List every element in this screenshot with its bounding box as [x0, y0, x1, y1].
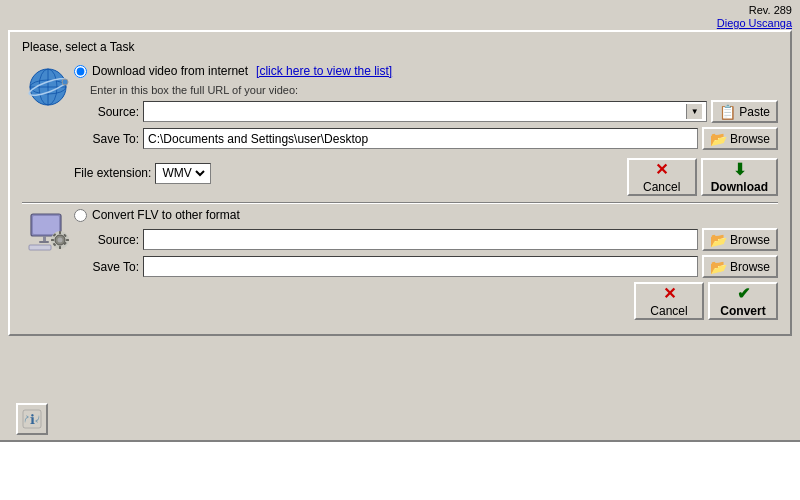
download-button-row: ✕ Cancel ⬇ Download — [623, 158, 778, 196]
browse-button-download[interactable]: 📂 Browse — [702, 127, 778, 150]
convert-check-icon: ✔ — [737, 284, 750, 303]
paste-button[interactable]: 📋 Paste — [711, 100, 778, 123]
svg-rect-8 — [33, 216, 59, 234]
svg-rect-10 — [39, 241, 49, 243]
download-button[interactable]: ⬇ Download — [701, 158, 778, 196]
convert-header: Convert FLV to other format — [74, 208, 778, 222]
svg-text:ℹ: ℹ — [30, 412, 35, 427]
browse-source-button[interactable]: 📂 Browse — [702, 228, 778, 251]
browse-label-download: Browse — [730, 132, 770, 146]
svg-rect-9 — [43, 236, 46, 241]
save-to-label: Save To: — [74, 132, 139, 146]
download-label: Download — [711, 180, 768, 194]
convert-save-label: Save To: — [74, 260, 139, 274]
svg-rect-15 — [59, 231, 61, 234]
bottom-area — [0, 440, 800, 500]
source-dropdown[interactable]: ▼ — [143, 101, 707, 122]
svg-point-6 — [62, 79, 68, 85]
cancel-x-icon-2: ✕ — [663, 284, 676, 303]
download-header: Download video from internet [click here… — [74, 64, 778, 78]
file-ext-dropdown[interactable]: WMV AVI MP4 FLV MOV — [158, 165, 208, 181]
save-to-row: Save To: 📂 Browse — [74, 127, 778, 150]
url-hint: Enter in this box the full URL of your v… — [90, 84, 778, 96]
svg-rect-18 — [66, 239, 69, 241]
cancel-x-icon: ✕ — [655, 160, 668, 179]
convert-section-content: Convert FLV to other format Source: 📂 Br… — [74, 208, 778, 320]
sections-wrapper: Download video from internet [click here… — [18, 64, 782, 320]
paste-label: Paste — [739, 105, 770, 119]
convert-source-row: Source: 📂 Browse — [74, 228, 778, 251]
download-radio[interactable] — [74, 65, 87, 78]
source-row: Source: ▼ 📋 Paste — [74, 100, 778, 123]
svg-point-14 — [58, 238, 63, 243]
file-ext-row: File extension: WMV AVI MP4 FLV MOV — [74, 163, 211, 184]
cancel-button-convert[interactable]: ✕ Cancel — [634, 282, 704, 320]
svg-rect-11 — [29, 245, 51, 250]
svg-rect-17 — [51, 239, 54, 241]
save-to-input[interactable] — [143, 128, 698, 149]
convert-label: Convert — [720, 304, 765, 318]
file-ext-select[interactable]: WMV AVI MP4 FLV MOV — [155, 163, 211, 184]
rev-info: Rev. 289 Diego Uscanga — [717, 4, 792, 30]
cancel-button-download[interactable]: ✕ Cancel — [627, 158, 697, 196]
convert-button-row: ✕ Cancel ✔ Convert — [74, 282, 778, 320]
about-icon-button[interactable]: ℹ — [16, 403, 48, 435]
svg-rect-16 — [59, 246, 61, 249]
file-ext-label: File extension: — [74, 166, 151, 180]
download-section: Download video from internet [click here… — [22, 64, 778, 196]
browse-save-button[interactable]: 📂 Browse — [702, 255, 778, 278]
browse-save-icon: 📂 — [710, 259, 727, 275]
paste-icon: 📋 — [719, 104, 736, 120]
browse-icon-download: 📂 — [710, 131, 727, 147]
about-icon: ℹ — [22, 409, 42, 429]
browse-source-icon: 📂 — [710, 232, 727, 248]
globe-icon — [27, 66, 69, 108]
convert-source-label: Source: — [74, 233, 139, 247]
task-label: Please, select a Task — [22, 40, 782, 54]
download-title: Download video from internet — [92, 64, 248, 78]
convert-source-input[interactable] — [143, 229, 698, 250]
author-link[interactable]: Diego Uscanga — [717, 17, 792, 29]
download-section-content: Download video from internet [click here… — [74, 64, 778, 196]
convert-save-row: Save To: 📂 Browse — [74, 255, 778, 278]
convert-button[interactable]: ✔ Convert — [708, 282, 778, 320]
globe-icon-container — [22, 66, 74, 108]
source-label: Source: — [74, 105, 139, 119]
rev-text: Rev. 289 — [717, 4, 792, 16]
top-bar: Rev. 289 Diego Uscanga — [0, 0, 800, 30]
cancel-label-download: Cancel — [643, 180, 680, 194]
browse-save-label: Browse — [730, 260, 770, 274]
dialog-area: Please, select a Task — [8, 30, 792, 336]
convert-title: Convert FLV to other format — [92, 208, 240, 222]
main-container: Rev. 289 Diego Uscanga Please, select a … — [0, 0, 800, 500]
icon-btn-area: ℹ — [16, 403, 48, 435]
dropdown-arrow-icon[interactable]: ▼ — [686, 104, 702, 119]
download-arrow-icon: ⬇ — [733, 160, 746, 179]
click-list-link[interactable]: [click here to view the list] — [256, 64, 392, 78]
convert-save-input[interactable] — [143, 256, 698, 277]
pc-icon — [27, 210, 69, 252]
convert-section: Convert FLV to other format Source: 📂 Br… — [22, 208, 778, 320]
section-divider — [22, 202, 778, 204]
convert-radio[interactable] — [74, 209, 87, 222]
pc-icon-container — [22, 210, 74, 252]
cancel-label-convert: Cancel — [650, 304, 687, 318]
browse-source-label: Browse — [730, 233, 770, 247]
